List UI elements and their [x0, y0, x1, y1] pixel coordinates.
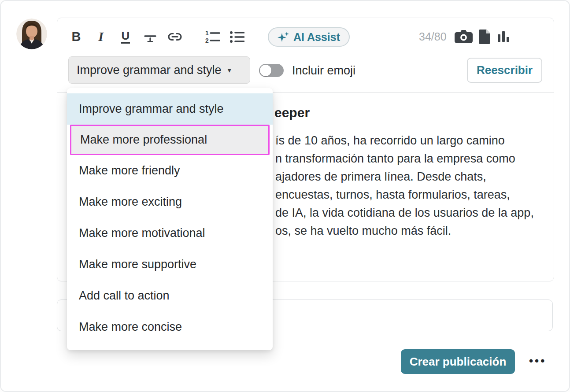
- include-emoji-toggle[interactable]: [259, 64, 284, 77]
- toggle-knob: [260, 65, 271, 76]
- body-line: os, se ha vuelto mucho más fácil.: [275, 222, 534, 240]
- rewrite-button[interactable]: Reescribir: [467, 58, 542, 83]
- menu-item-make-more-concise[interactable]: Make more concise: [67, 311, 273, 343]
- body-line: ajadores de primera línea. Desde chats,: [275, 168, 534, 186]
- rewrite-style-select-value: Improve grammar and style: [77, 63, 222, 77]
- svg-text:1: 1: [205, 30, 209, 37]
- menu-item-improve-grammar[interactable]: Improve grammar and style: [67, 93, 273, 125]
- formatting-toolbar: B I U 1 2: [68, 27, 254, 46]
- post-title-fragment: eeper: [274, 105, 310, 120]
- svg-text:2: 2: [205, 37, 209, 43]
- avatar: [16, 18, 47, 49]
- link-icon[interactable]: [167, 29, 183, 44]
- body-line: ís de 10 años, ha recorrido un largo cam…: [275, 132, 534, 150]
- italic-icon[interactable]: I: [93, 29, 109, 44]
- menu-item-make-more-exciting[interactable]: Make more exciting: [67, 186, 273, 218]
- rewrite-style-menu: Improve grammar and style Make more prof…: [67, 88, 273, 350]
- menu-item-make-more-friendly[interactable]: Make more friendly: [67, 155, 273, 186]
- body-line: n transformación tanto para la empresa c…: [275, 150, 534, 168]
- strikethrough-icon[interactable]: [142, 29, 158, 44]
- body-line: de IA, la vida cotidiana de los usuarios…: [275, 204, 534, 222]
- ai-assist-label: AI Assist: [293, 31, 340, 44]
- menu-item-make-more-professional[interactable]: Make more professional: [70, 125, 270, 155]
- body-line: encuestas, turnos, hasta formularios, ta…: [275, 186, 534, 204]
- post-body-fragment: ís de 10 años, ha recorrido un largo cam…: [275, 132, 534, 240]
- menu-item-add-call-to-action[interactable]: Add call to action: [67, 280, 273, 311]
- more-options-icon[interactable]: •••: [529, 354, 546, 368]
- rewrite-style-select[interactable]: Improve grammar and style ▾: [68, 56, 250, 84]
- menu-item-make-more-supportive[interactable]: Make more supportive: [67, 249, 273, 280]
- menu-item-make-more-motivational[interactable]: Make more motivational: [67, 218, 273, 249]
- underline-icon[interactable]: U: [118, 29, 133, 44]
- camera-icon[interactable]: [455, 30, 473, 44]
- ai-assist-button[interactable]: AI Assist: [268, 27, 350, 47]
- caret-down-icon: ▾: [228, 66, 231, 74]
- numbered-list-icon[interactable]: 1 2: [204, 29, 220, 44]
- bold-icon[interactable]: B: [68, 29, 84, 44]
- attachment-toolbar: 34/80: [419, 27, 510, 46]
- sparkles-icon: [278, 31, 289, 43]
- include-emoji-label: Incluir emoji: [292, 63, 355, 78]
- post-composer-screen: B I U 1 2: [0, 0, 570, 392]
- poll-icon[interactable]: [497, 30, 510, 43]
- file-attachment-icon[interactable]: [479, 30, 491, 44]
- char-count: 34/80: [419, 30, 447, 43]
- create-post-button[interactable]: Crear publicación: [401, 349, 515, 374]
- bullet-list-icon[interactable]: [229, 29, 245, 44]
